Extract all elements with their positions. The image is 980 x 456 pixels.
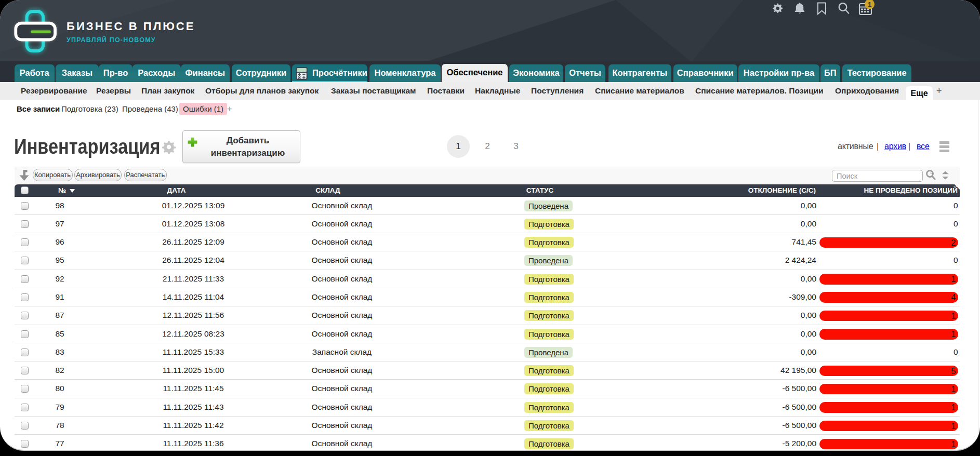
svg-text:1: 1 <box>868 1 871 8</box>
